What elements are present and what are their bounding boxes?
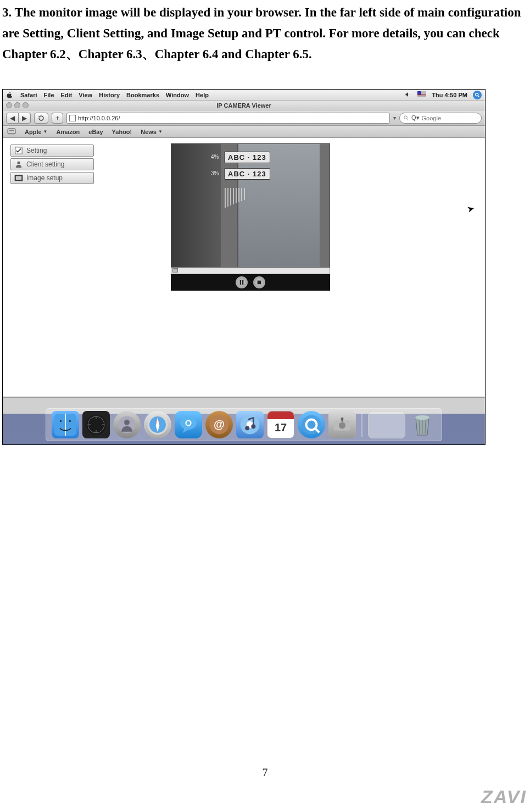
grille-graphic bbox=[224, 187, 248, 209]
dock-itunes-icon[interactable] bbox=[236, 411, 264, 438]
sidebar-item-label: Image setup bbox=[26, 174, 63, 182]
calendar-day: 17 bbox=[275, 421, 287, 434]
browser-content: Setting Client setting Image setup bbox=[3, 138, 485, 397]
image-icon bbox=[14, 174, 23, 182]
camera-content: 4% 3% ABC · 123 ABC · 123 bbox=[99, 138, 485, 397]
person-icon bbox=[14, 160, 23, 168]
svg-text:@: @ bbox=[214, 418, 225, 430]
svg-line-8 bbox=[407, 119, 409, 120]
window-titlebar: IP CAMERA Viewer bbox=[3, 101, 485, 110]
license-plate-2: ABC · 123 bbox=[224, 168, 270, 180]
menubar-clock[interactable]: Thu 4:50 PM bbox=[432, 92, 467, 98]
dock-safari-icon[interactable] bbox=[144, 411, 171, 438]
video-controls bbox=[171, 274, 330, 291]
forward-button[interactable]: ▶ bbox=[19, 113, 31, 124]
search-field[interactable]: Q▾ Google bbox=[399, 113, 482, 124]
bookmark-apple[interactable]: Apple▼ bbox=[25, 129, 47, 135]
svg-point-7 bbox=[404, 116, 408, 119]
svg-rect-14 bbox=[16, 176, 21, 180]
dock-finder-icon[interactable] bbox=[52, 411, 79, 438]
svg-point-45 bbox=[245, 426, 249, 430]
minimize-button[interactable] bbox=[14, 102, 20, 108]
instruction-paragraph: 3. The monitor image will be displayed i… bbox=[0, 0, 530, 65]
bookmark-label: Apple bbox=[25, 129, 42, 135]
close-button[interactable] bbox=[6, 102, 12, 108]
svg-rect-4 bbox=[417, 97, 426, 97]
back-button[interactable]: ◀ bbox=[6, 113, 19, 124]
dock-dashboard-icon[interactable] bbox=[82, 411, 110, 438]
url-field[interactable]: http://10.0.0.26/ bbox=[66, 113, 390, 124]
menubar-item-file[interactable]: File bbox=[44, 92, 54, 98]
svg-point-5 bbox=[476, 93, 478, 96]
svg-rect-2 bbox=[417, 94, 426, 95]
dock-mail-icon[interactable]: @ bbox=[205, 411, 233, 438]
svg-rect-23 bbox=[240, 280, 242, 284]
pause-button[interactable] bbox=[236, 276, 248, 288]
stop-button[interactable] bbox=[253, 276, 265, 288]
window-title: IP CAMERA Viewer bbox=[216, 102, 271, 109]
scrub-bar[interactable] bbox=[171, 268, 330, 274]
apple-menu-icon[interactable] bbox=[6, 92, 14, 98]
bookmark-yahoo[interactable]: Yahoo! bbox=[112, 129, 132, 135]
svg-rect-1 bbox=[417, 91, 421, 94]
scrub-knob[interactable] bbox=[172, 268, 178, 272]
search-icon bbox=[403, 115, 409, 121]
sidebar-item-label: Setting bbox=[26, 147, 47, 154]
dock-quicktime-icon[interactable] bbox=[298, 411, 325, 438]
sidebar-item-client-setting[interactable]: Client setting bbox=[10, 158, 94, 170]
video-overlay-pct2: 3% bbox=[211, 170, 219, 176]
reload-button[interactable] bbox=[34, 113, 48, 124]
page-number: 7 bbox=[0, 766, 530, 779]
svg-rect-9 bbox=[8, 129, 15, 134]
rss-dropdown-icon[interactable]: ▾ bbox=[393, 115, 396, 121]
dock-app-icon[interactable] bbox=[113, 411, 141, 438]
bookmarks-menu-icon[interactable] bbox=[7, 128, 16, 136]
dock-trash-icon[interactable] bbox=[409, 411, 436, 438]
dock-divider bbox=[361, 413, 362, 437]
bookmark-label: News bbox=[141, 129, 157, 135]
camera-sidebar: Setting Client setting Image setup bbox=[3, 138, 99, 397]
svg-rect-3 bbox=[417, 96, 426, 96]
traffic-lights[interactable] bbox=[6, 102, 29, 108]
menubar-item-help[interactable]: Help bbox=[196, 92, 209, 98]
svg-point-51 bbox=[415, 415, 429, 420]
url-text: http://10.0.0.26/ bbox=[78, 115, 120, 121]
dock-ical-icon[interactable]: 17 bbox=[267, 411, 294, 438]
svg-point-46 bbox=[251, 424, 255, 429]
bookmark-amazon[interactable]: Amazon bbox=[56, 129, 80, 135]
search-placeholder: Google bbox=[422, 115, 441, 121]
brand-watermark: ZAVI bbox=[481, 786, 527, 808]
video-player: 4% 3% ABC · 123 ABC · 123 bbox=[171, 143, 330, 291]
svg-rect-25 bbox=[258, 280, 261, 284]
bookmark-news[interactable]: News▼ bbox=[141, 129, 163, 135]
menubar-app-name[interactable]: Safari bbox=[20, 92, 37, 98]
license-plate-1: ABC · 123 bbox=[224, 152, 270, 163]
dock-ichat-icon[interactable] bbox=[175, 411, 202, 438]
menubar-item-edit[interactable]: Edit bbox=[61, 92, 72, 98]
svg-point-36 bbox=[124, 420, 130, 425]
mac-menubar: Safari File Edit View History Bookmarks … bbox=[3, 90, 485, 101]
checkbox-icon bbox=[14, 147, 23, 154]
bookmarks-bar: Apple▼ Amazon eBay Yahoo! News▼ bbox=[3, 126, 485, 138]
video-overlay-pct1: 4% bbox=[211, 154, 219, 160]
browser-toolbar: ◀ ▶ + http://10.0.0.26/ ▾ Q▾ Google bbox=[3, 110, 485, 126]
sidebar-item-setting[interactable]: Setting bbox=[10, 144, 94, 157]
volume-icon[interactable] bbox=[404, 91, 412, 99]
zoom-button[interactable] bbox=[23, 102, 29, 108]
menubar-item-view[interactable]: View bbox=[79, 92, 92, 98]
embedded-screenshot: Safari File Edit View History Bookmarks … bbox=[2, 89, 486, 445]
add-bookmark-button[interactable]: + bbox=[52, 113, 63, 124]
spotlight-icon[interactable] bbox=[473, 91, 482, 99]
sidebar-item-image-setup[interactable]: Image setup bbox=[10, 172, 94, 184]
flag-icon[interactable] bbox=[417, 91, 426, 98]
dock-syspref-icon[interactable] bbox=[328, 411, 356, 438]
menubar-item-window[interactable]: Window bbox=[166, 92, 189, 98]
sidebar-item-label: Client setting bbox=[26, 160, 64, 168]
svg-point-27 bbox=[60, 420, 62, 422]
svg-point-50 bbox=[339, 422, 345, 429]
menubar-item-history[interactable]: History bbox=[99, 92, 120, 98]
bookmark-ebay[interactable]: eBay bbox=[88, 129, 103, 135]
dock-minimized-window[interactable] bbox=[368, 411, 405, 438]
svg-line-6 bbox=[478, 96, 479, 97]
menubar-item-bookmarks[interactable]: Bookmarks bbox=[126, 92, 159, 98]
